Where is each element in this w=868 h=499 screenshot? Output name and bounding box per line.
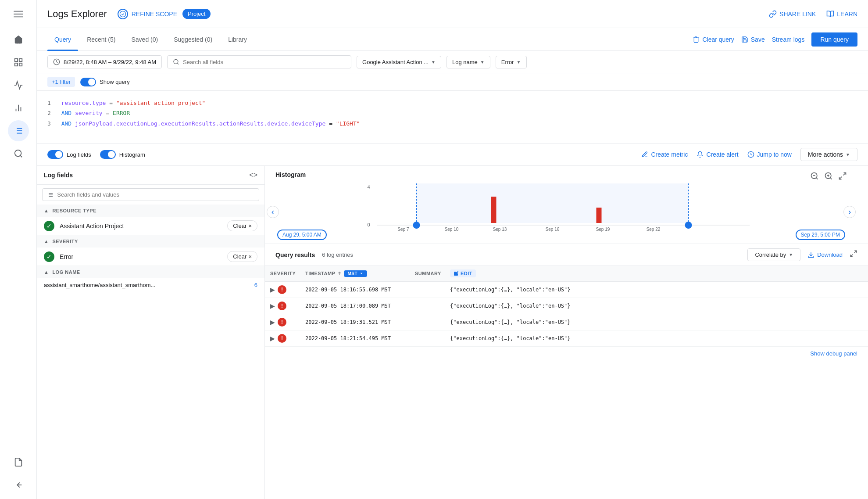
tab-saved[interactable]: Saved (0) xyxy=(124,28,165,51)
log-fields-toggle[interactable] xyxy=(47,150,63,159)
table-row[interactable]: ▶ ! 2022-09-05 18:21:54.495 MST {"execut… xyxy=(265,330,868,347)
save-label: Save xyxy=(751,36,765,43)
histogram-toggle[interactable] xyxy=(100,150,116,159)
expand-collapse-icons[interactable]: <> xyxy=(249,171,257,179)
stream-logs-button[interactable]: Stream logs xyxy=(772,36,805,43)
expand-arrow-icon[interactable]: ▶ xyxy=(270,335,275,342)
edit-badge[interactable]: EDIT xyxy=(450,269,476,277)
section-severity[interactable]: ▲ SEVERITY xyxy=(37,235,264,248)
td-severity-4: ▶ ! xyxy=(265,330,300,346)
expand-arrow-icon[interactable]: ▶ xyxy=(270,302,275,309)
error-severity-icon: ! xyxy=(278,302,286,310)
tab-recent[interactable]: Recent (5) xyxy=(80,28,122,51)
svg-text:0: 0 xyxy=(368,222,370,227)
next-histogram-button[interactable]: › xyxy=(843,206,856,218)
section-resource-type[interactable]: ▲ RESOURCE TYPE xyxy=(37,205,264,217)
run-query-button[interactable]: Run query xyxy=(811,32,857,47)
clear-resource-button[interactable]: Clear × xyxy=(227,220,257,231)
section-severity-arrow-icon: ▲ xyxy=(44,239,49,244)
expand-arrow-icon[interactable]: ▶ xyxy=(270,286,275,293)
section-log-name[interactable]: ▲ LOG NAME xyxy=(37,266,264,278)
expand-histogram-button[interactable] xyxy=(838,172,847,182)
log-name-item[interactable]: assistant_smarthome/assistant_smarthom..… xyxy=(37,278,264,292)
section-arrow-icon: ▲ xyxy=(44,208,49,213)
pencil-icon xyxy=(454,271,459,276)
log-name-dropdown[interactable]: Log name ▼ xyxy=(447,56,490,68)
correlate-by-button[interactable]: Correlate by ▼ xyxy=(747,248,800,261)
more-actions-chevron-icon: ▼ xyxy=(846,152,850,157)
collapse-icon: <> xyxy=(249,171,257,179)
td-summary-4: {"executionLog":{…}, "locale":"en-US"} xyxy=(445,332,868,345)
sidebar-icon-chart[interactable] xyxy=(8,97,29,118)
histogram-area: Histogram ‹ xyxy=(265,166,868,244)
jump-to-now-button[interactable]: Jump to now xyxy=(747,151,792,158)
th-timestamp[interactable]: TIMESTAMP MST xyxy=(300,266,410,281)
sidebar-icon-notes[interactable] xyxy=(8,452,29,473)
table-row[interactable]: ▶ ! 2022-09-05 18:17:00.089 MST {"execut… xyxy=(265,298,868,314)
learn-button[interactable]: LEARN xyxy=(826,10,857,18)
prev-histogram-button[interactable]: ‹ xyxy=(267,206,279,218)
svg-point-16 xyxy=(14,150,21,157)
query-line-1: 1 resource.type = "assistant_action_proj… xyxy=(47,98,857,108)
show-debug-panel-link[interactable]: Show debug panel xyxy=(810,350,857,357)
sidebar-icon-logs[interactable] xyxy=(8,120,29,141)
table-row[interactable]: ▶ ! 2022-09-05 18:16:55.698 MST {"execut… xyxy=(265,282,868,298)
filter-count-badge[interactable]: +1 filter xyxy=(47,77,75,87)
sidebar-icon-collapse[interactable] xyxy=(8,474,29,495)
td-summary-2: {"executionLog":{…}, "locale":"en-US"} xyxy=(445,299,868,312)
svg-rect-6 xyxy=(14,63,17,66)
check-icon: ✓ xyxy=(44,221,54,231)
share-link-button[interactable]: SHARE LINK xyxy=(769,10,816,18)
sidebar-icon-search[interactable] xyxy=(8,143,29,164)
fullscreen-button[interactable] xyxy=(850,250,857,260)
resource-type-dropdown[interactable]: Google Assistant Action ... ▼ xyxy=(357,56,441,68)
svg-point-19 xyxy=(120,11,125,17)
zoom-in-button[interactable] xyxy=(824,172,833,182)
field-assistant-action-project: ✓ Assistant Action Project Clear × xyxy=(37,217,264,235)
severity-dropdown[interactable]: Error ▼ xyxy=(496,56,527,68)
section-logname-label: LOG NAME xyxy=(52,269,80,275)
td-severity-label-3 xyxy=(410,319,445,326)
query-results-area: Query results 6 log entries Correlate by… xyxy=(265,244,868,499)
sidebar-icon-metrics[interactable] xyxy=(8,75,29,96)
tab-actions: Clear query Save Stream logs Run query xyxy=(693,32,857,47)
svg-line-22 xyxy=(177,63,179,65)
show-query-label: Show query xyxy=(100,79,130,85)
refine-scope-label: REFINE SCOPE xyxy=(132,11,177,18)
more-actions-button[interactable]: More actions ▼ xyxy=(800,148,857,161)
error-severity-icon: ! xyxy=(278,334,286,343)
query-editor[interactable]: 1 resource.type = "assistant_action_proj… xyxy=(37,91,868,144)
th-edit[interactable]: EDIT xyxy=(445,266,868,281)
save-button[interactable]: Save xyxy=(741,36,765,43)
tab-query[interactable]: Query xyxy=(47,28,78,51)
sidebar-icon-home[interactable] xyxy=(8,29,29,50)
zoom-out-button[interactable] xyxy=(810,172,819,182)
fields-search-input[interactable] xyxy=(57,191,254,198)
histogram-start-label: Aug 29, 5:00 AM xyxy=(277,230,327,240)
sidebar-icon-dashboard[interactable] xyxy=(8,52,29,73)
td-timestamp-2: 2022-09-05 18:17:00.089 MST xyxy=(300,299,410,312)
refine-scope-button[interactable]: REFINE SCOPE xyxy=(118,9,177,19)
mst-badge[interactable]: MST xyxy=(344,270,367,277)
td-timestamp-4: 2022-09-05 18:21:54.495 MST xyxy=(300,332,410,345)
tab-suggested[interactable]: Suggested (0) xyxy=(167,28,219,51)
download-button[interactable]: Download xyxy=(807,251,843,258)
show-query-toggle[interactable] xyxy=(80,78,96,86)
fields-search-box[interactable] xyxy=(42,188,259,201)
clear-severity-button[interactable]: Clear × xyxy=(227,251,257,262)
log-fields-panel: Log fields <> ▲ RESOURCE TYPE ✓ Assistan… xyxy=(37,166,265,499)
create-metric-button[interactable]: Create metric xyxy=(641,151,688,158)
time-range-picker[interactable]: 8/29/22, 8:48 AM – 9/29/22, 9:48 AM xyxy=(47,55,162,68)
create-alert-button[interactable]: Create alert xyxy=(697,151,738,158)
search-all-fields-input[interactable] xyxy=(183,59,346,65)
svg-line-35 xyxy=(839,176,842,179)
menu-button[interactable] xyxy=(8,4,29,25)
project-badge[interactable]: Project xyxy=(182,9,211,19)
tab-library[interactable]: Library xyxy=(221,28,254,51)
table-row[interactable]: ▶ ! 2022-09-05 18:19:31.521 MST {"execut… xyxy=(265,314,868,330)
expand-arrow-icon[interactable]: ▶ xyxy=(270,319,275,326)
controls-bar: Log fields Histogram Create metric Creat… xyxy=(37,144,868,166)
results-actions: Correlate by ▼ Download xyxy=(747,248,857,261)
clear-query-button[interactable]: Clear query xyxy=(693,36,734,43)
search-all-fields-box[interactable] xyxy=(167,55,351,68)
